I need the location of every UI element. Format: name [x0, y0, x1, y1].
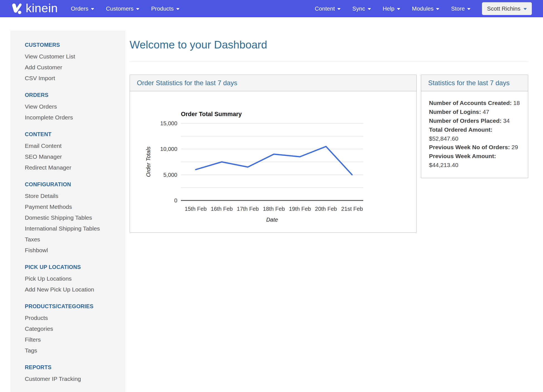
- stat-label: Number of Logins:: [429, 109, 481, 115]
- order-total-summary-chart: 05,00010,00015,00015th Feb16th Feb17th F…: [130, 91, 416, 232]
- sidebar-section-products-categories: PRODUCTS/CATEGORIESProductsCategoriesFil…: [25, 303, 120, 356]
- svg-text:21st Feb: 21st Feb: [341, 206, 363, 212]
- nav-item-label: Products: [151, 5, 174, 12]
- chevron-down-icon: [91, 8, 94, 10]
- stat-line: Previous Week No of Orders: 29: [429, 143, 520, 152]
- sidebar-section-title: CONTENT: [25, 131, 120, 138]
- svg-text:0: 0: [174, 197, 177, 204]
- nav-item-help[interactable]: Help: [377, 3, 406, 15]
- brand-name: kinein: [26, 2, 58, 14]
- svg-text:17th Feb: 17th Feb: [237, 206, 259, 212]
- svg-text:5,000: 5,000: [163, 172, 177, 178]
- svg-text:18th Feb: 18th Feb: [263, 206, 285, 212]
- stat-label: Previous Week Amount:: [429, 153, 496, 159]
- sidebar-item-payment-methods[interactable]: Payment Methods: [25, 201, 120, 212]
- brand-logo[interactable]: kinein: [11, 3, 58, 14]
- nav-item-products[interactable]: Products: [145, 3, 185, 15]
- sidebar-item-seo-manager[interactable]: SEO Manager: [25, 151, 120, 162]
- svg-text:15,000: 15,000: [160, 120, 177, 126]
- nav-item-label: Help: [383, 5, 394, 12]
- secondary-nav: ContentSyncHelpModulesStore: [309, 3, 476, 15]
- sidebar-item-filters[interactable]: Filters: [25, 334, 120, 345]
- sidebar-item-customer-ip-tracking[interactable]: Customer IP Tracking: [25, 373, 120, 384]
- nav-item-label: Content: [315, 5, 335, 12]
- stat-label: Number of Orders Placed:: [429, 117, 501, 124]
- nav-item-content[interactable]: Content: [309, 3, 346, 15]
- primary-nav: OrdersCustomersProducts: [65, 3, 185, 15]
- stat-value: $44,213.40: [429, 162, 458, 168]
- sidebar-item-international-shipping-tables[interactable]: International Shipping Tables: [25, 223, 120, 234]
- nav-item-modules[interactable]: Modules: [406, 3, 445, 15]
- sidebar-item-redirect-manager[interactable]: Redirect Manager: [25, 162, 120, 173]
- sidebar-item-csv-import[interactable]: CSV Import: [25, 73, 120, 84]
- nav-item-label: Store: [451, 5, 465, 12]
- sidebar-section-title: REPORTS: [25, 364, 120, 371]
- sidebar-item-add-customer[interactable]: Add Customer: [25, 62, 120, 73]
- svg-text:20th Feb: 20th Feb: [315, 206, 337, 212]
- main-content: Welcome to your Dashboard Order Statisti…: [125, 17, 543, 233]
- nav-item-label: Modules: [412, 5, 434, 12]
- sidebar-section-customers: CUSTOMERSView Customer ListAdd CustomerC…: [25, 42, 120, 84]
- sidebar: CUSTOMERSView Customer ListAdd CustomerC…: [10, 31, 125, 392]
- sidebar-item-categories[interactable]: Categories: [25, 323, 120, 334]
- sidebar-item-incomplete-orders[interactable]: Incomplete Orders: [25, 112, 120, 123]
- sidebar-item-taxes[interactable]: Taxes: [25, 234, 120, 245]
- stat-value: 34: [503, 117, 510, 124]
- stat-label: Number of Accounts Created:: [429, 100, 512, 106]
- sidebar-item-tags[interactable]: Tags: [25, 345, 120, 356]
- line-chart: 05,00010,00015,00015th Feb16th Feb17th F…: [130, 91, 416, 232]
- sidebar-section-title: PICK UP LOCATIONS: [25, 264, 120, 270]
- sidebar-item-products[interactable]: Products: [25, 312, 120, 323]
- nav-item-store[interactable]: Store: [445, 3, 476, 15]
- sidebar-item-email-content[interactable]: Email Content: [25, 140, 120, 151]
- sidebar-item-fishbowl[interactable]: Fishbowl: [25, 245, 120, 256]
- nav-item-label: Sync: [352, 5, 365, 12]
- nav-item-customers[interactable]: Customers: [100, 3, 145, 15]
- chevron-down-icon: [523, 8, 527, 10]
- sidebar-item-view-customer-list[interactable]: View Customer List: [25, 51, 120, 62]
- top-navbar: kinein OrdersCustomersProducts ContentSy…: [0, 0, 543, 17]
- svg-text:15th Feb: 15th Feb: [185, 206, 207, 212]
- nav-item-sync[interactable]: Sync: [346, 3, 377, 15]
- sidebar-item-add-new-pick-up-location[interactable]: Add New Pick Up Location: [25, 284, 120, 295]
- chevron-down-icon: [467, 8, 471, 10]
- order-statistics-panel-title: Order Statistics for the last 7 days: [130, 75, 416, 91]
- stat-value: $52,847.60: [429, 135, 458, 142]
- stat-line: Number of Logins: 47: [429, 107, 520, 116]
- sidebar-item-pick-up-locations[interactable]: Pick Up Locations: [25, 273, 120, 284]
- stat-line: Total Ordered Amount: $52,847.60: [429, 125, 520, 143]
- order-statistics-panel: Order Statistics for the last 7 days 05,…: [130, 75, 417, 233]
- sidebar-item-domestic-shipping-tables[interactable]: Domestic Shipping Tables: [25, 212, 120, 223]
- chevron-down-icon: [136, 8, 139, 10]
- sidebar-section-title: CUSTOMERS: [25, 42, 120, 48]
- nav-item-orders[interactable]: Orders: [65, 3, 100, 15]
- sidebar-section-orders: ORDERSView OrdersIncomplete Orders: [25, 92, 120, 123]
- stat-line: Previous Week Amount: $44,213.40: [429, 152, 520, 170]
- nav-item-label: Customers: [106, 5, 134, 12]
- stat-value: 18: [513, 100, 520, 106]
- nav-item-label: Orders: [71, 5, 88, 12]
- svg-text:Order Totals: Order Totals: [145, 146, 151, 177]
- sidebar-item-store-details[interactable]: Store Details: [25, 190, 120, 201]
- stat-line: Number of Accounts Created: 18: [429, 99, 520, 107]
- chevron-down-icon: [337, 8, 341, 10]
- stat-label: Total Ordered Amount:: [429, 126, 493, 133]
- svg-text:Date: Date: [266, 217, 278, 223]
- kinein-logo-icon: [11, 3, 23, 14]
- stat-line: Number of Orders Placed: 34: [429, 116, 520, 125]
- user-name: Scott Richins: [487, 5, 520, 12]
- statistics-panel: Statistics for the last 7 days Number of…: [421, 75, 528, 178]
- statistics-panel-title: Statistics for the last 7 days: [421, 75, 528, 91]
- user-menu-button[interactable]: Scott Richins: [482, 2, 532, 15]
- sidebar-section-content: CONTENTEmail ContentSEO ManagerRedirect …: [25, 131, 120, 173]
- svg-text:19th Feb: 19th Feb: [289, 206, 311, 212]
- sidebar-section-title: PRODUCTS/CATEGORIES: [25, 303, 120, 310]
- statistics-list: Number of Accounts Created: 18Number of …: [421, 91, 528, 178]
- stat-label: Previous Week No of Orders:: [429, 144, 510, 150]
- sidebar-item-view-orders[interactable]: View Orders: [25, 101, 120, 112]
- chevron-down-icon: [368, 8, 371, 10]
- stat-value: 47: [483, 109, 489, 115]
- chevron-down-icon: [436, 8, 439, 10]
- chevron-down-icon: [397, 8, 400, 10]
- page-layout: CUSTOMERSView Customer ListAdd CustomerC…: [0, 17, 543, 392]
